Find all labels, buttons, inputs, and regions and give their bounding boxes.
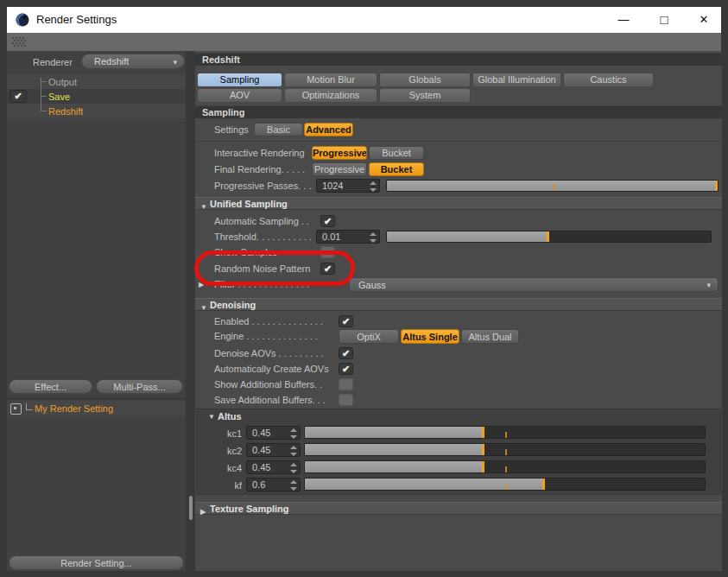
denoise-aovs-checkbox[interactable]: ✔: [339, 347, 353, 359]
progressive-passes-slider[interactable]: [386, 180, 719, 192]
filter-dropdown[interactable]: Gauss ▾: [349, 277, 719, 292]
spinner-arrows-icon[interactable]: [289, 480, 297, 491]
unified-sampling-header[interactable]: ▼ Unified Sampling: [195, 197, 722, 210]
kc1-slider[interactable]: [304, 426, 706, 439]
engine-altus-single-button[interactable]: Altus Single: [401, 329, 459, 344]
check-icon: ✔: [324, 263, 332, 274]
tab-aov[interactable]: AOV: [197, 88, 282, 103]
render-setting-icon: [10, 403, 22, 415]
threshold-field[interactable]: 0.01: [316, 230, 380, 244]
renderer-dropdown[interactable]: Redshift ▾: [81, 54, 185, 69]
progressive-passes-field[interactable]: 1024: [316, 179, 380, 193]
automatic-sampling-checkbox[interactable]: ✔: [320, 215, 335, 227]
sampling-section-header: Sampling: [195, 105, 722, 118]
save-additional-buffers-label: Save Additional Buffers. . .: [214, 393, 337, 407]
interactive-progressive-button[interactable]: Progressive: [312, 146, 367, 160]
tree-connector: [41, 96, 47, 97]
render-settings-window: Render Settings — □ ✕ Renderer Redshift …: [0, 0, 728, 577]
kc2-field[interactable]: 0.45: [246, 443, 301, 457]
filter-label: Filter . . . . . . . . . . . . . .: [214, 277, 346, 291]
toolbar-strip: [7, 33, 721, 52]
unified-sampling-title: Unified Sampling: [210, 198, 288, 211]
spinner-arrows-icon[interactable]: [369, 232, 377, 243]
settings-basic-button[interactable]: Basic: [254, 123, 303, 136]
settings-label: Settings: [214, 123, 253, 136]
kf-field[interactable]: 0.6: [246, 478, 301, 491]
grip-icon[interactable]: [11, 36, 27, 49]
progressive-passes-label: Progressive Passes. . .: [214, 179, 313, 193]
render-setting-button[interactable]: Render Setting...: [9, 555, 184, 570]
tree-row-redshift-bg: [7, 104, 186, 118]
auto-create-aovs-checkbox[interactable]: ✔: [339, 363, 353, 375]
kc4-value: 0.45: [252, 462, 270, 472]
show-additional-buffers-checkbox[interactable]: [339, 378, 353, 390]
tab-sampling[interactable]: Sampling: [197, 73, 282, 87]
tab-system[interactable]: System: [379, 88, 471, 103]
kc4-label: kc4: [204, 461, 242, 475]
maximize-button[interactable]: □: [652, 10, 676, 29]
multi-pass-button[interactable]: Multi-Pass...: [96, 379, 183, 394]
effect-button[interactable]: Effect...: [9, 379, 92, 394]
interactive-bucket-button[interactable]: Bucket: [369, 146, 424, 160]
close-button[interactable]: ✕: [692, 10, 716, 29]
render-setting-item-label[interactable]: My Render Setting: [35, 402, 113, 415]
settings-advanced-button[interactable]: Advanced: [304, 123, 353, 136]
texture-sampling-header[interactable]: ▶ Texture Sampling: [195, 502, 722, 515]
kc1-field[interactable]: 0.45: [246, 426, 301, 440]
save-enabled-checkbox[interactable]: ✔: [9, 90, 27, 103]
kc4-slider[interactable]: [304, 460, 706, 473]
kf-slider[interactable]: [304, 478, 706, 491]
scrollbar-thumb[interactable]: [189, 496, 193, 520]
tab-globals[interactable]: Globals: [379, 73, 471, 87]
left-panel: Renderer Redshift ▾ ✔ Output Save Redshi…: [7, 51, 186, 571]
random-noise-pattern-checkbox[interactable]: ✔: [320, 263, 335, 275]
show-samples-checkbox[interactable]: [320, 246, 335, 258]
sidebar-item-output[interactable]: Output: [48, 75, 77, 89]
expand-icon[interactable]: ▶: [199, 281, 204, 288]
collapse-icon[interactable]: ▼: [208, 413, 215, 421]
tree-connector: [41, 81, 47, 82]
final-progressive-button[interactable]: Progressive: [312, 162, 367, 176]
texture-sampling-title: Texture Sampling: [210, 503, 288, 516]
random-noise-pattern-label: Random Noise Pattern: [214, 262, 319, 276]
kc2-slider[interactable]: [304, 443, 706, 456]
minimize-button[interactable]: —: [611, 10, 636, 29]
check-icon: ✔: [342, 348, 350, 358]
collapse-icon: ▼: [200, 301, 207, 314]
spinner-arrows-icon[interactable]: [289, 463, 297, 473]
interactive-rendering-label: Interactive Rendering: [214, 146, 310, 160]
tab-caustics[interactable]: Caustics: [563, 73, 654, 87]
save-additional-buffers-checkbox[interactable]: [339, 394, 353, 406]
spinner-arrows-icon[interactable]: [289, 446, 297, 456]
threshold-label: Threshold. . . . . . . . . . .: [214, 230, 313, 244]
spinner-arrows-icon[interactable]: [289, 428, 297, 439]
tab-optimizations[interactable]: Optimizations: [284, 88, 377, 103]
sidebar-item-save[interactable]: Save: [48, 90, 70, 104]
denoising-enabled-checkbox[interactable]: ✔: [339, 315, 353, 327]
redshift-section-header: Redshift: [195, 53, 722, 66]
final-bucket-button[interactable]: Bucket: [369, 162, 424, 176]
kc4-field[interactable]: 0.45: [246, 460, 301, 474]
render-setting-row[interactable]: My Render Setting: [7, 401, 186, 415]
chevron-down-icon: ▾: [173, 54, 177, 70]
kf-value: 0.6: [252, 479, 265, 490]
title-bar: Render Settings — □ ✕: [7, 7, 721, 33]
progressive-passes-value: 1024: [322, 181, 343, 191]
spinner-arrows-icon[interactable]: [369, 181, 377, 192]
engine-altus-dual-button[interactable]: Altus Dual: [461, 329, 519, 344]
check-icon: ✔: [342, 364, 350, 374]
kc2-label: kc2: [204, 444, 242, 458]
tab-motion-blur[interactable]: Motion Blur: [284, 73, 377, 87]
denoising-header[interactable]: ▼ Denoising: [195, 298, 722, 311]
tree-row-output-bg: [7, 74, 186, 89]
expand-icon: ▶: [200, 505, 206, 518]
tab-global-illumination[interactable]: Global Illumination: [472, 73, 561, 87]
tree-row-save-bg: [7, 89, 186, 104]
engine-optix-button[interactable]: OptiX: [339, 329, 399, 344]
show-samples-label: Show Samples: [214, 245, 319, 259]
kc1-label: kc1: [204, 427, 242, 441]
threshold-slider[interactable]: [386, 231, 712, 243]
final-rendering-label: Final Rendering. . . . .: [214, 162, 310, 176]
sidebar-item-redshift[interactable]: Redshift: [48, 105, 83, 118]
denoising-title: Denoising: [210, 299, 256, 312]
